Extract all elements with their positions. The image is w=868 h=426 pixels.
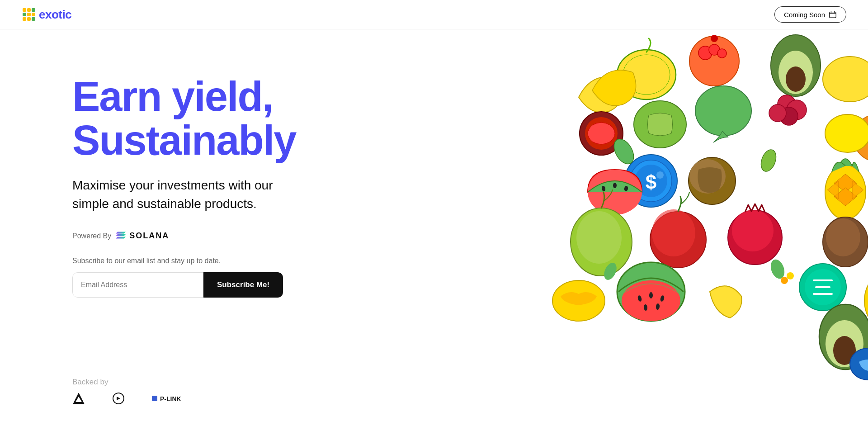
email-input[interactable]: [72, 272, 203, 298]
svg-point-68: [781, 277, 788, 284]
left-content: Earn yield, Sustainably Maximise your in…: [0, 29, 307, 325]
logo-text: exotic: [39, 8, 71, 22]
svg-rect-3: [23, 13, 26, 16]
svg-point-53: [826, 218, 860, 256]
svg-point-20: [823, 57, 868, 102]
svg-rect-4: [27, 13, 31, 16]
svg-rect-9: [830, 12, 836, 18]
svg-point-49: [652, 209, 695, 256]
subscribe-description: Subscribe to our email list and stay up …: [72, 257, 307, 265]
svg-point-51: [732, 210, 774, 251]
headline: Earn yield, Sustainably: [72, 75, 307, 162]
subscribe-button[interactable]: Subscribe Me!: [203, 272, 283, 298]
svg-point-15: [717, 49, 726, 58]
logo-icon: [22, 7, 36, 22]
logo-area: exotic: [22, 7, 71, 22]
fruit-illustration: ₿ $: [452, 29, 868, 418]
powered-by: Powered By: [72, 231, 307, 241]
subtitle: Maximise your investments with our simpl…: [72, 176, 307, 213]
backer-logo-1: [72, 392, 85, 405]
backer-logo-2: [112, 392, 125, 405]
svg-rect-6: [23, 17, 26, 21]
svg-rect-1: [27, 8, 31, 12]
svg-point-31: [825, 114, 868, 152]
svg-point-12: [689, 36, 739, 86]
backed-by-section: Backed by P-LINK: [72, 378, 188, 405]
headline-line1: Earn yield,: [72, 73, 273, 119]
subscribe-form: Subscribe Me!: [72, 272, 307, 298]
svg-point-16: [711, 35, 718, 42]
svg-rect-2: [32, 8, 35, 12]
solana-icon: [115, 232, 127, 241]
solana-logo: SOLANA: [115, 231, 169, 241]
coming-soon-label: Coming Soon: [784, 11, 825, 19]
calendar-icon: [829, 10, 837, 19]
svg-point-19: [786, 66, 806, 92]
svg-text:P-LINK: P-LINK: [160, 395, 181, 402]
svg-point-67: [787, 272, 794, 279]
svg-text:$: $: [646, 171, 656, 193]
svg-point-26: [695, 86, 751, 136]
svg-rect-0: [23, 8, 26, 12]
svg-point-30: [769, 104, 786, 122]
svg-rect-5: [32, 13, 35, 16]
svg-rect-76: [152, 396, 157, 401]
svg-point-55: [622, 280, 680, 321]
svg-rect-8: [32, 17, 35, 21]
svg-point-36: [656, 171, 664, 179]
backer-logo-3: P-LINK: [152, 393, 188, 403]
header: exotic Coming Soon: [0, 0, 868, 29]
backed-by-label: Backed by: [72, 378, 188, 387]
solana-text: SOLANA: [129, 231, 169, 241]
powered-by-label: Powered By: [72, 232, 111, 240]
svg-point-39: [613, 183, 617, 188]
svg-rect-7: [27, 17, 31, 21]
main-content: Earn yield, Sustainably Maximise your in…: [0, 29, 868, 418]
svg-point-57: [649, 292, 653, 298]
fruits-svg: ₿ $: [452, 29, 868, 418]
coming-soon-button[interactable]: Coming Soon: [774, 6, 846, 23]
svg-point-47: [576, 211, 622, 264]
headline-line2: Sustainably: [72, 117, 296, 163]
svg-point-45: [758, 147, 778, 173]
